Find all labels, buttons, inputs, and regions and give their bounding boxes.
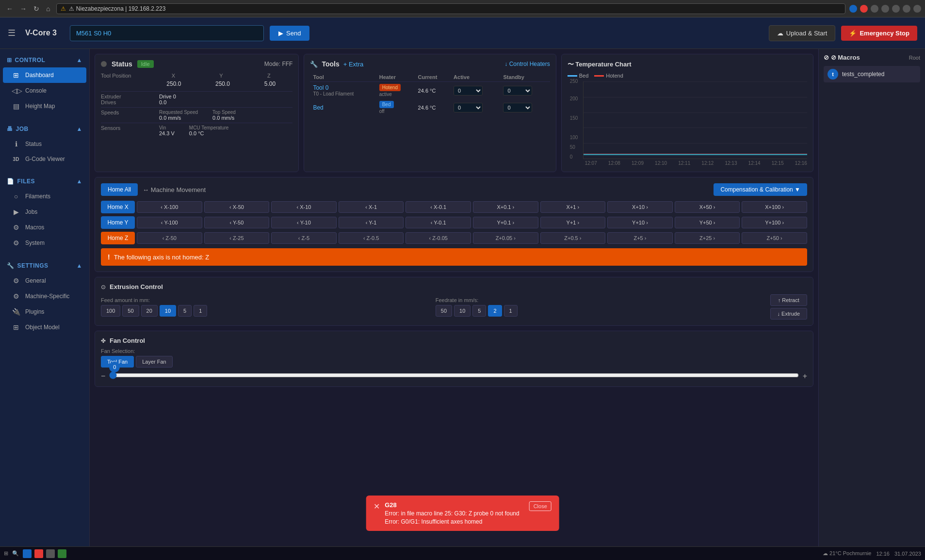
z-pos005-button[interactable]: Z+0.05 › xyxy=(473,232,538,244)
y-pos01-button[interactable]: Y+0.1 › xyxy=(473,217,538,228)
sidebar-item-macros[interactable]: ⚙ Macros xyxy=(0,220,89,235)
y-pos10-button[interactable]: Y+10 › xyxy=(607,217,673,228)
x-label-3: 12:10 xyxy=(655,160,667,166)
sidebar-item-general[interactable]: ⚙ General xyxy=(0,273,89,288)
bed-name[interactable]: Bed xyxy=(313,104,323,111)
sidebar-item-height-map[interactable]: ▤ Height Map xyxy=(0,98,89,114)
sidebar-item-gcode-viewer[interactable]: 3D G-Code Viewer xyxy=(0,152,89,166)
sidebar-section-header-control[interactable]: ⊞ Control ▲ xyxy=(0,53,89,67)
sidebar-item-object-model[interactable]: ⊞ Object Model xyxy=(0,320,89,335)
x-pos10-button[interactable]: X+10 › xyxy=(607,201,673,213)
feed-10-button[interactable]: 10 xyxy=(160,305,176,317)
command-input[interactable] xyxy=(70,25,264,41)
feed-1-button[interactable]: 1 xyxy=(194,305,207,317)
z-neg50-button[interactable]: ‹ Z-50 xyxy=(137,232,202,244)
sidebar-item-console[interactable]: ◁▷ Console xyxy=(0,83,89,98)
x-pos100-button[interactable]: X+100 › xyxy=(742,201,807,213)
z-pos5-button[interactable]: Z+5 › xyxy=(607,232,673,244)
x-neg100-button[interactable]: ‹ X-100 xyxy=(137,201,202,213)
browser-navigation[interactable]: ← → ↻ ⌂ xyxy=(4,4,52,14)
layer-fan-tab[interactable]: Layer Fan xyxy=(136,356,173,368)
feed-50-button[interactable]: 50 xyxy=(122,305,139,317)
sidebar-item-jobs[interactable]: ▶ Jobs xyxy=(0,204,89,220)
sidebar-item-dashboard[interactable]: ⊞ Dashboard xyxy=(3,67,86,83)
x-pos1-button[interactable]: X+1 › xyxy=(540,201,606,213)
hamburger-icon[interactable]: ☰ xyxy=(8,28,16,38)
feedrate-50-button[interactable]: 50 xyxy=(436,305,452,317)
browser-icon-1 xyxy=(849,5,857,13)
back-button[interactable]: ← xyxy=(4,4,16,14)
feedrate-10-button[interactable]: 10 xyxy=(454,305,471,317)
y-neg10-button[interactable]: ‹ Y-10 xyxy=(271,217,337,228)
y-pos1-button[interactable]: Y+1 › xyxy=(540,217,606,228)
extra-button[interactable]: + Extra xyxy=(343,61,364,68)
feed-100-button[interactable]: 100 xyxy=(101,305,120,317)
macro-item-tests-completed[interactable]: t tests_completed xyxy=(824,66,920,82)
z-neg005-button[interactable]: ‹ Z-0.05 xyxy=(406,232,471,244)
tool0-name[interactable]: Tool 0 xyxy=(313,84,328,91)
y-neg50-button[interactable]: ‹ Y-50 xyxy=(204,217,270,228)
y-neg1-button[interactable]: ‹ Y-1 xyxy=(339,217,404,228)
fan-slider[interactable] xyxy=(109,371,798,379)
z-pos50-button[interactable]: Z+50 › xyxy=(742,232,807,244)
y-label-0: 0 xyxy=(570,154,573,160)
tool0-sub[interactable]: T0 - Load Filament xyxy=(313,91,373,96)
home-z-button[interactable]: Home Z xyxy=(101,232,135,244)
fan-slider-container: 0 xyxy=(109,371,798,381)
feedrate-5-button[interactable]: 5 xyxy=(472,305,486,317)
compensation-calibration-button[interactable]: Compensation & Calibration ▼ xyxy=(714,183,807,196)
address-bar[interactable]: ⚠ ⚠ Niezabezpieczona | 192.168.2.223 xyxy=(56,3,845,14)
feed-5-button[interactable]: 5 xyxy=(178,305,192,317)
home-x-button[interactable]: Home X xyxy=(101,201,135,213)
status-mode: Mode: FFF xyxy=(264,61,293,67)
home-y-button[interactable]: Home Y xyxy=(101,216,135,229)
sidebar-section-header-files[interactable]: 📄 Files ▲ xyxy=(0,174,89,189)
x-neg01-button[interactable]: ‹ X-0.1 xyxy=(406,201,471,213)
upload-start-button[interactable]: ☁ Upload & Start xyxy=(769,25,836,41)
feed-20-button[interactable]: 20 xyxy=(141,305,158,317)
taskbar-start-icon[interactable]: ⊞ xyxy=(4,550,8,557)
fan-plus-button[interactable]: + xyxy=(803,372,807,381)
y-neg01-button[interactable]: ‹ Y-0.1 xyxy=(406,217,471,228)
refresh-button[interactable]: ↻ xyxy=(31,4,42,14)
bed-standby-select[interactable]: 0 xyxy=(503,103,532,112)
z-neg25-button[interactable]: ‹ Z-25 xyxy=(204,232,270,244)
bed-active-select[interactable]: 0 xyxy=(454,103,483,112)
feedrate-1-button[interactable]: 1 xyxy=(504,305,518,317)
feedrate-2-button[interactable]: 2 xyxy=(488,305,502,317)
extrude-button[interactable]: ↓ Extrude xyxy=(770,308,807,320)
z-neg5-button[interactable]: ‹ Z-5 xyxy=(271,232,337,244)
z-pos05-button[interactable]: Z+0.5 › xyxy=(540,232,606,244)
sidebar-item-plugins[interactable]: 🔌 Plugins xyxy=(0,304,89,320)
x-neg10-button[interactable]: ‹ X-10 xyxy=(271,201,337,213)
tool0-standby-select[interactable]: 0 xyxy=(503,86,532,96)
warning-icon: ! xyxy=(108,253,110,261)
emergency-stop-button[interactable]: ⚡ Emergency Stop xyxy=(841,26,917,41)
sidebar-item-machine-specific[interactable]: ⚙ Machine-Specific xyxy=(0,288,89,304)
taskbar-search-icon[interactable]: 🔍 xyxy=(12,550,19,557)
z-pos25-button[interactable]: Z+25 › xyxy=(675,232,740,244)
control-heaters-button[interactable]: ↓ Control Heaters xyxy=(504,61,550,67)
home-button[interactable]: ⌂ xyxy=(44,4,52,14)
hotend-status-badge: Hotend xyxy=(379,84,401,91)
x-pos50-button[interactable]: X+50 › xyxy=(675,201,740,213)
y-pos100-button[interactable]: Y+100 › xyxy=(742,217,807,228)
send-button[interactable]: ▶ Send xyxy=(270,26,309,41)
sidebar-item-system[interactable]: ⚙ System xyxy=(0,235,89,251)
y-pos50-button[interactable]: Y+50 › xyxy=(675,217,740,228)
home-all-button[interactable]: Home All xyxy=(101,183,138,196)
x-neg1-button[interactable]: ‹ X-1 xyxy=(339,201,404,213)
forward-button[interactable]: → xyxy=(17,4,29,14)
fan-minus-button[interactable]: − xyxy=(101,372,105,381)
sidebar-section-header-settings[interactable]: 🔧 Settings ▲ xyxy=(0,258,89,273)
sidebar-item-status[interactable]: ℹ Status xyxy=(0,136,89,152)
tool0-active-select[interactable]: 0 xyxy=(454,86,483,96)
x-pos01-button[interactable]: X+0.1 › xyxy=(473,201,538,213)
sidebar-section-header-job[interactable]: 🖶 Job ▲ xyxy=(0,122,89,136)
sidebar-item-filaments[interactable]: ○ Filaments xyxy=(0,189,89,204)
x-neg50-button[interactable]: ‹ X-50 xyxy=(204,201,270,213)
retract-button[interactable]: ↑ Retract xyxy=(770,294,807,306)
z-neg05-button[interactable]: ‹ Z-0.5 xyxy=(339,232,404,244)
error-close-button[interactable]: Close xyxy=(529,501,552,511)
y-neg100-button[interactable]: ‹ Y-100 xyxy=(137,217,202,228)
